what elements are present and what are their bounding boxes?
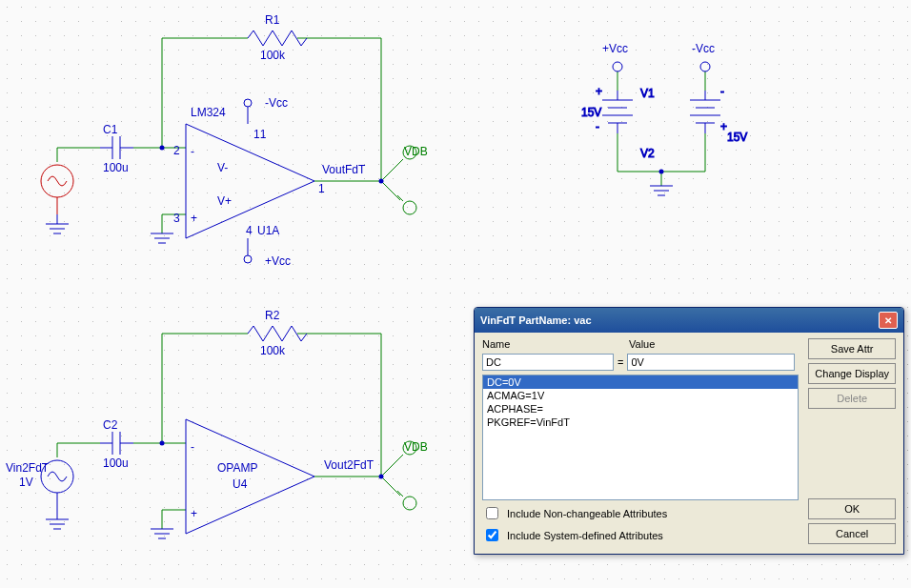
voutfdt-label: VoutFdT <box>322 163 366 176</box>
power-supply: +Vcc -Vcc + - V1 15V - + V2 15V <box>581 42 747 195</box>
opamp-u1a[interactable]: V- V+ - + 2 3 1 11 4 LM324 U1A -Vcc +Vcc <box>173 96 325 268</box>
include-nonchangeable-checkbox[interactable] <box>486 507 498 519</box>
svg-text:+: + <box>720 120 727 133</box>
svg-point-25 <box>244 99 252 107</box>
r1-ref: R1 <box>265 13 280 27</box>
svg-text:-Vcc: -Vcc <box>265 96 288 110</box>
include-systemdefined-label: Include System-defined Attributes <box>507 530 663 541</box>
svg-text:100u: 100u <box>103 456 129 470</box>
svg-text:-: - <box>191 440 194 454</box>
svg-text:15V: 15V <box>727 131 747 144</box>
svg-text:4: 4 <box>246 224 253 237</box>
svg-text:15V: 15V <box>581 106 601 119</box>
svg-point-67 <box>160 441 165 446</box>
change-display-button[interactable]: Change Display <box>808 363 896 384</box>
svg-point-40 <box>700 62 710 71</box>
svg-point-0 <box>160 146 165 151</box>
circuit-2: R2 100k C2 100u Vin2FdT 1V <box>6 309 428 538</box>
opamp1-part: LM324 <box>191 106 226 119</box>
ground-ninv1 <box>151 233 173 243</box>
cancel-button[interactable]: Cancel <box>808 523 896 544</box>
value-label: Value <box>629 338 655 350</box>
list-item[interactable]: DC=0V <box>483 375 798 389</box>
svg-text:V1: V1 <box>640 87 655 100</box>
svg-text:VDB: VDB <box>404 145 428 158</box>
svg-text:C2: C2 <box>103 418 118 432</box>
svg-text:+: + <box>191 507 197 520</box>
svg-point-41 <box>659 170 664 174</box>
include-systemdefined-checkbox[interactable] <box>486 529 498 541</box>
r1-val: 100k <box>260 49 286 62</box>
circuit-1: R1 100k C1 100u <box>41 13 428 268</box>
list-item[interactable]: ACPHASE= <box>483 402 798 416</box>
svg-text:V2: V2 <box>640 147 655 160</box>
svg-text:OPAMP: OPAMP <box>217 461 257 475</box>
svg-point-1 <box>379 179 384 184</box>
include-nonchangeable-label: Include Non-changeable Attributes <box>507 508 667 519</box>
svg-text:V+: V+ <box>217 194 232 208</box>
save-attr-button[interactable]: Save Attr <box>808 338 896 359</box>
svg-point-28 <box>244 255 252 263</box>
vout2fdt-label: Vout2FdT <box>324 458 375 472</box>
list-item[interactable]: PKGREF=VinFdT <box>483 416 798 429</box>
svg-text:-: - <box>191 145 194 158</box>
svg-text:1: 1 <box>318 182 325 195</box>
svg-text:3: 3 <box>173 212 180 225</box>
dialog-titlebar[interactable]: VinFdT PartName: vac ✕ <box>475 308 903 333</box>
ok-button[interactable]: OK <box>808 498 896 519</box>
name-field[interactable] <box>482 354 614 371</box>
opamp-u4[interactable]: - + OPAMP U4 <box>186 419 314 534</box>
svg-text:1V: 1V <box>19 476 33 489</box>
ground-supply <box>650 186 673 195</box>
name-label: Name <box>482 338 625 350</box>
opamp1-ref: U1A <box>257 224 279 237</box>
svg-point-39 <box>613 62 622 71</box>
capacitor-c1[interactable]: C1 100u <box>100 123 133 174</box>
svg-text:U4: U4 <box>233 477 248 491</box>
svg-text:VDB: VDB <box>404 440 428 454</box>
close-icon[interactable]: ✕ <box>879 312 898 329</box>
svg-text:+Vcc: +Vcc <box>265 254 291 268</box>
ground-src1 <box>46 214 69 233</box>
svg-text:-Vcc: -Vcc <box>692 42 715 55</box>
dialog-title: VinFdT PartName: vac <box>480 314 592 326</box>
svg-point-68 <box>379 475 384 479</box>
svg-point-31 <box>403 201 416 214</box>
svg-text:2: 2 <box>173 144 180 157</box>
c1-ref: C1 <box>103 123 118 136</box>
battery-v1[interactable]: + - V1 15V <box>581 85 655 133</box>
svg-text:11: 11 <box>253 128 267 141</box>
svg-text:-: - <box>720 85 724 98</box>
delete-button[interactable]: Delete <box>808 388 896 409</box>
list-item[interactable]: ACMAG=1V <box>483 389 798 402</box>
attribute-list[interactable]: DC=0V ACMAG=1V ACPHASE= PKGREF=VinFdT <box>482 375 799 500</box>
svg-text:R2: R2 <box>265 309 280 322</box>
svg-text:-: - <box>596 120 599 133</box>
ac-source-1[interactable] <box>41 165 73 214</box>
svg-point-93 <box>403 497 416 510</box>
c1-val: 100u <box>103 161 129 174</box>
svg-text:+Vcc: +Vcc <box>602 42 628 55</box>
ground-src2 <box>46 510 69 529</box>
capacitor-c2[interactable]: C2 100u <box>100 418 133 470</box>
svg-text:+: + <box>191 212 197 225</box>
ac-source-2[interactable]: Vin2FdT 1V <box>6 460 73 510</box>
ground-ninv2 <box>151 529 173 538</box>
value-field[interactable] <box>627 354 795 371</box>
battery-v2[interactable]: - + V2 15V <box>640 85 747 160</box>
svg-text:Vin2FdT: Vin2FdT <box>6 461 50 475</box>
attribute-dialog[interactable]: VinFdT PartName: vac ✕ Name Value = DC=0… <box>474 307 904 555</box>
svg-text:100k: 100k <box>260 344 286 357</box>
svg-text:V-: V- <box>217 161 228 174</box>
svg-text:+: + <box>596 85 602 98</box>
